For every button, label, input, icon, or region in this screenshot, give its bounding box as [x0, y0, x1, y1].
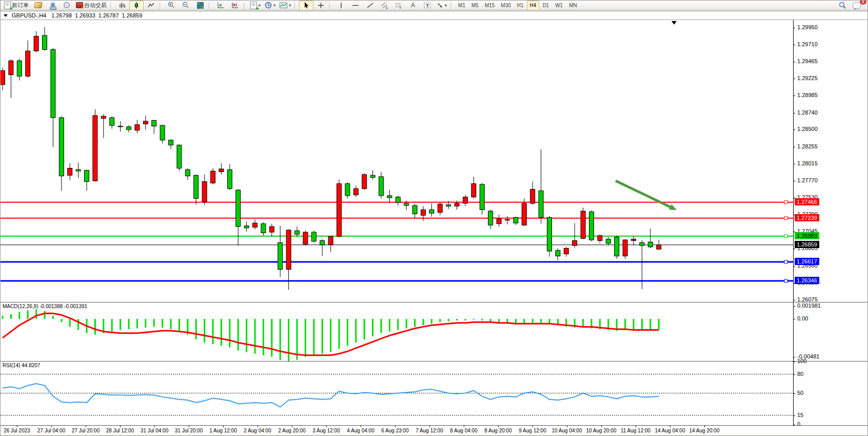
collapse-triangle-icon[interactable]	[4, 14, 8, 17]
template-icon	[250, 2, 257, 9]
indicators-button[interactable]: ▾	[278, 1, 293, 10]
timeframe-m1[interactable]: M1	[455, 1, 468, 10]
time-axis-tick	[429, 426, 430, 427]
candle-down	[59, 118, 64, 176]
candle-up	[438, 204, 442, 212]
level-line-handle[interactable]	[784, 201, 787, 204]
vertical-line-tool-button[interactable]	[334, 1, 348, 10]
price-axis-tick	[793, 266, 795, 267]
svg-text:E: E	[386, 6, 388, 9]
new-order-button[interactable]: 新订单	[2, 1, 31, 10]
new-order-icon	[4, 2, 11, 9]
candle-down	[488, 211, 493, 225]
candle-down	[311, 232, 316, 241]
candle-up	[455, 203, 459, 206]
timeframe-h1[interactable]: H1	[514, 1, 527, 10]
search-button[interactable]	[835, 1, 850, 10]
candle-up	[353, 188, 358, 195]
trendline-tool-button[interactable]	[363, 1, 377, 10]
candle-up	[421, 210, 426, 215]
time-axis-label: 3 Aug 12:00	[312, 428, 340, 433]
level-lines[interactable]	[1, 201, 793, 282]
candle-down	[396, 197, 400, 203]
zoom-in-button[interactable]	[164, 1, 179, 10]
chart-shift-button[interactable]	[228, 1, 242, 10]
candle-down	[85, 170, 89, 182]
new-template-button[interactable]: ▾	[248, 1, 263, 10]
arrow-tools-button[interactable]: ▾	[435, 1, 449, 10]
chart-shift-marker[interactable]	[672, 21, 677, 25]
time-axis-tick	[464, 426, 464, 427]
signals-button[interactable]	[60, 1, 74, 10]
candle-up	[269, 226, 274, 232]
time-axis-tick	[86, 426, 86, 427]
time-axis-label: 14 Aug 04:00	[655, 428, 685, 433]
level-line-handle[interactable]	[784, 279, 787, 282]
periods-button[interactable]: ▾	[263, 1, 278, 10]
vertical-line-icon	[339, 2, 344, 9]
auto-trading-button[interactable]: 自动交易	[74, 1, 109, 10]
candle-down	[295, 231, 300, 234]
text-tool-button[interactable]: A	[406, 1, 420, 10]
bar-chart-mode-button[interactable]	[115, 1, 129, 10]
level-line-handle[interactable]	[784, 235, 787, 238]
line-chart-mode-button[interactable]	[144, 1, 158, 10]
notifications-button[interactable]: 1	[850, 1, 864, 10]
timeframe-mn[interactable]: MN	[566, 1, 580, 10]
main-chart-panel[interactable]	[1, 20, 868, 302]
time-axis-label: 2 Aug 20:00	[278, 428, 305, 433]
trading-terminal-window: 新订单 自动交易	[0, 0, 868, 436]
candlestick-chart-canvas[interactable]	[1, 20, 793, 302]
quote-close: 1.26859	[122, 12, 143, 18]
chart-shot-button[interactable]	[31, 1, 45, 10]
crosshair-tool-button[interactable]	[313, 1, 328, 10]
macd-histogram	[3, 310, 659, 361]
timeframe-m5[interactable]: M5	[468, 1, 482, 10]
profile-button[interactable]	[45, 1, 60, 10]
candle-up	[564, 249, 568, 254]
timeframe-m15[interactable]: M15	[482, 1, 498, 10]
macd-axis-tick	[793, 319, 795, 319]
price-axis-tick	[793, 181, 795, 181]
rsi-axis-label: 100	[797, 358, 806, 364]
price-axis-tick	[793, 28, 795, 28]
level-line-handle[interactable]	[784, 260, 787, 263]
timeframe-w1[interactable]: W1	[552, 1, 566, 10]
timeframe-d1[interactable]: D1	[539, 1, 552, 10]
price-axis-label: 1.28500	[797, 126, 818, 132]
auto-scroll-button[interactable]	[213, 1, 228, 10]
zoom-out-button[interactable]	[179, 1, 193, 10]
candle-down	[446, 205, 451, 206]
horizontal-line-tool-button[interactable]	[348, 1, 363, 10]
zoom-in-icon	[168, 2, 175, 9]
price-axis-tick	[793, 96, 795, 96]
level-line-handle[interactable]	[784, 217, 787, 220]
toolbar-grip	[110, 2, 113, 9]
rsi-chart-canvas[interactable]	[1, 362, 793, 425]
tile-windows-button[interactable]	[193, 1, 207, 10]
arrow-shaft	[616, 181, 670, 207]
equidistant-channel-tool-button[interactable]: E	[377, 1, 391, 10]
fibonacci-tool-button[interactable]: F	[391, 1, 406, 10]
toolbar-grip	[160, 2, 163, 9]
cursor-tool-button[interactable]	[299, 1, 313, 10]
price-axis-tick	[793, 45, 795, 45]
candlesticks	[1, 27, 661, 290]
time-axis-tick	[567, 426, 567, 427]
candle-chart-mode-button[interactable]	[129, 1, 144, 10]
macd-panel[interactable]: MACD(12,26,9) -0.001388 -0.001391	[1, 302, 868, 361]
candle-down	[194, 175, 199, 198]
text-label-tool-button[interactable]: T	[420, 1, 435, 10]
timeframe-m30[interactable]: M30	[498, 1, 514, 10]
time-axis[interactable]: 26 Jul 202327 Jul 04:0027 Jul 20:0028 Ju…	[1, 426, 868, 435]
candle-up	[219, 169, 224, 172]
chart-shot-icon	[34, 2, 43, 8]
candle-up	[9, 61, 13, 74]
candle-down	[118, 126, 123, 127]
timeframe-h4[interactable]: H4	[527, 1, 540, 10]
macd-chart-canvas[interactable]	[1, 302, 793, 361]
indicator-icon	[280, 2, 287, 9]
time-axis-label: 27 Jul 04:00	[37, 428, 66, 433]
rsi-panel[interactable]: RSI(14) 44.8207	[1, 362, 868, 425]
annotation-arrow[interactable]	[616, 181, 677, 210]
